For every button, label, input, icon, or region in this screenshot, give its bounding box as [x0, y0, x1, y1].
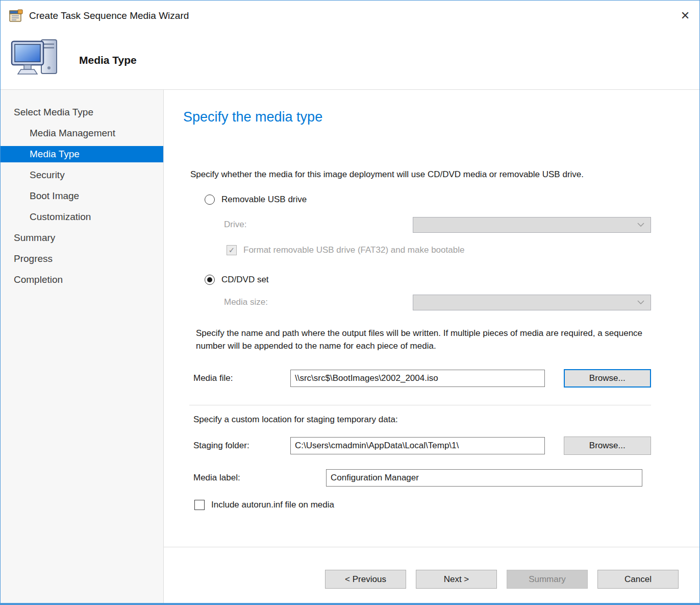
sidebar-item-customization[interactable]: Customization: [1, 209, 163, 225]
media-file-browse-button[interactable]: Browse...: [564, 369, 651, 388]
usb-radio-row: Removable USB drive: [205, 195, 651, 205]
section-divider: [189, 405, 651, 405]
sidebar-item-boot-image[interactable]: Boot Image: [1, 188, 163, 204]
wizard-icon: [9, 9, 23, 22]
sidebar-item-media-management[interactable]: Media Management: [1, 125, 163, 141]
summary-button[interactable]: Summary: [507, 570, 588, 589]
media-label-input[interactable]: [326, 469, 642, 487]
usb-radio-label: Removable USB drive: [221, 195, 307, 205]
computer-icon: [11, 37, 62, 83]
wizard-window: Create Task Sequence Media Wizard ✕: [0, 0, 700, 605]
next-button[interactable]: Next >: [416, 570, 497, 589]
autorun-label: Include autorun.inf file on media: [211, 500, 334, 510]
window-title: Create Task Sequence Media Wizard: [29, 10, 189, 21]
drive-row: Drive:: [224, 217, 651, 233]
cancel-button[interactable]: Cancel: [597, 570, 679, 589]
sidebar-item-completion[interactable]: Completion: [1, 272, 163, 288]
intro-text: Specify whether the media for this image…: [190, 168, 649, 181]
wizard-nav-sidebar: Select Media Type Media Management Media…: [1, 90, 164, 603]
media-file-row: Media file: Browse...: [193, 369, 651, 388]
media-label-row: Media label:: [193, 469, 651, 487]
media-size-dropdown[interactable]: [413, 295, 651, 310]
chevron-down-icon: [637, 300, 644, 304]
media-label-label: Media label:: [193, 473, 326, 483]
autorun-checkbox[interactable]: [194, 500, 205, 510]
format-usb-row: ✓ Format removable USB drive (FAT32) and…: [227, 245, 651, 255]
cddvd-radio[interactable]: [205, 275, 215, 285]
sidebar-item-progress[interactable]: Progress: [1, 251, 163, 267]
output-path-text: Specify the name and path where the outp…: [196, 327, 650, 353]
page-header-title: Media Type: [79, 54, 137, 66]
staging-section-text: Specify a custom location for staging te…: [193, 415, 651, 425]
sidebar-item-security[interactable]: Security: [1, 167, 163, 183]
media-size-label: Media size:: [224, 297, 413, 307]
previous-button[interactable]: < Previous: [325, 570, 406, 589]
sidebar-item-summary[interactable]: Summary: [1, 230, 163, 246]
cddvd-radio-label: CD/DVD set: [221, 275, 269, 285]
sidebar-item-media-type[interactable]: Media Type: [1, 146, 163, 162]
drive-label: Drive:: [224, 220, 413, 230]
chevron-down-icon: [637, 223, 644, 227]
page-title: Specify the media type: [183, 109, 651, 125]
drive-dropdown[interactable]: [413, 217, 651, 233]
wizard-header: Media Type: [1, 31, 699, 90]
autorun-row: Include autorun.inf file on media: [194, 500, 651, 510]
media-type-page: Specify the media type Specify whether t…: [164, 90, 699, 547]
media-file-input[interactable]: [290, 370, 545, 387]
usb-radio[interactable]: [205, 195, 215, 205]
cddvd-radio-row: CD/DVD set: [205, 275, 651, 285]
staging-folder-row: Staging folder: Browse...: [193, 437, 651, 455]
close-button[interactable]: ✕: [671, 1, 699, 31]
wizard-footer: < Previous Next > Summary Cancel: [164, 547, 699, 603]
titlebar: Create Task Sequence Media Wizard ✕: [1, 1, 699, 31]
sidebar-item-select-media-type[interactable]: Select Media Type: [1, 104, 163, 120]
media-size-row: Media size:: [224, 295, 651, 310]
staging-folder-input[interactable]: [290, 437, 545, 454]
media-file-label: Media file:: [193, 373, 290, 383]
staging-folder-label: Staging folder:: [193, 441, 290, 451]
staging-folder-browse-button[interactable]: Browse...: [564, 437, 651, 455]
format-usb-label: Format removable USB drive (FAT32) and m…: [243, 245, 464, 255]
format-usb-checkbox[interactable]: ✓: [227, 245, 237, 255]
